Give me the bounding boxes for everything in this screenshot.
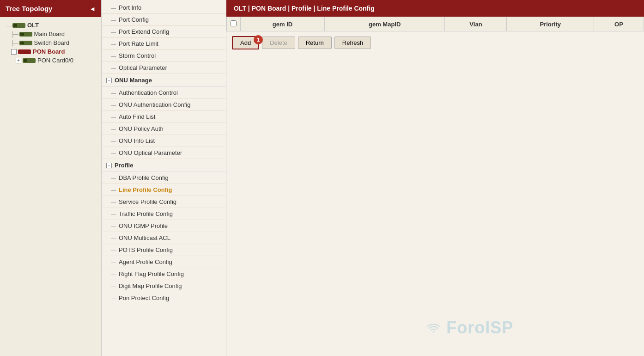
nav-agent-profile-config[interactable]: — Agent Profile Config (102, 256, 226, 268)
sidebar-item-main-board[interactable]: ├─ Main Board (2, 30, 99, 38)
return-button[interactable]: Return (298, 37, 332, 49)
pon-board-icon (18, 49, 31, 54)
main-board-label: Main Board (34, 31, 65, 37)
sidebar-tree: — OLT ├─ Main Board ├─ Switch Board - PO… (0, 17, 101, 356)
switch-board-label: Switch Board (34, 39, 70, 46)
nav-port-extend-config[interactable]: — Port Extend Config (102, 26, 226, 38)
nav-dba-profile-config[interactable]: — DBA Profile Config (102, 172, 226, 184)
nav-onu-policy-auth[interactable]: — ONU Policy Auth (102, 123, 226, 135)
sidebar-header[interactable]: Tree Topology ◄ (0, 0, 101, 17)
pon-board-expand-icon[interactable]: - (11, 49, 17, 55)
main-header: OLT | PON Board | Profile | Line Profile… (226, 0, 644, 17)
action-bar: Add 1 Delete Return Refresh (226, 31, 644, 54)
watermark-text: ForoISP (426, 318, 513, 337)
col-header-checkbox (227, 17, 241, 31)
olt-label: OLT (27, 22, 39, 29)
nav-onu-multicast-acl[interactable]: — ONU Multicast ACL (102, 232, 226, 244)
nav-digit-map-profile-config[interactable]: — Digit Map Profile Config (102, 280, 226, 292)
main-board-connector: ├─ (11, 31, 18, 37)
col-header-op: OP (594, 17, 644, 31)
nav-authentication-control[interactable]: — Authentication Control (102, 87, 226, 99)
add-button-wrapper: Add 1 (232, 36, 259, 49)
sidebar-item-pon-board[interactable]: - PON Board (2, 47, 99, 56)
sidebar: Tree Topology ◄ — OLT ├─ Main Board ├─ S… (0, 0, 102, 356)
add-badge: 1 (254, 35, 263, 44)
nav-pon-protect-config[interactable]: — Pon Protect Config (102, 292, 226, 304)
nav-storm-control[interactable]: — Storm Control (102, 50, 226, 62)
nav-line-profile-config[interactable]: — Line Profile Config (102, 184, 226, 196)
nav-onu-manage-header[interactable]: - ONU Manage (102, 74, 226, 87)
nav-panel: — Port Info — Port Config — Port Extend … (102, 0, 226, 356)
pon-card-expand-icon[interactable]: + (16, 58, 21, 63)
delete-button[interactable]: Delete (262, 37, 295, 49)
watermark-icon (426, 322, 440, 336)
nav-onu-optical-parameter[interactable]: — ONU Optical Parameter (102, 147, 226, 159)
switch-board-icon (19, 41, 32, 45)
nav-optical-parameter[interactable]: — Optical Parameter (102, 62, 226, 74)
sidebar-item-olt[interactable]: — OLT (2, 21, 99, 30)
sidebar-collapse-icon[interactable]: ◄ (89, 5, 96, 12)
watermark: ForoISP (426, 318, 513, 338)
col-header-vlan: Vlan (445, 17, 507, 31)
nav-port-rate-limit[interactable]: — Port Rate Limit (102, 38, 226, 50)
breadcrumb: OLT | PON Board | Profile | Line Profile… (234, 5, 375, 12)
main-board-icon (19, 32, 32, 37)
table-container: gem ID gem MapID Vlan Priority OP (226, 17, 644, 31)
nav-port-config[interactable]: — Port Config (102, 14, 226, 26)
col-header-priority: Priority (507, 17, 594, 31)
nav-onu-authentication-config[interactable]: — ONU Authentication Config (102, 99, 226, 111)
col-header-gem-id: gem ID (241, 17, 325, 31)
nav-auto-find-list[interactable]: — Auto Find List (102, 111, 226, 123)
main-content: OLT | PON Board | Profile | Line Profile… (226, 0, 644, 356)
refresh-button[interactable]: Refresh (334, 37, 371, 49)
switch-board-connector: ├─ (11, 40, 18, 46)
profile-expand-icon[interactable]: - (106, 163, 112, 168)
nav-service-profile-config[interactable]: — Service Profile Config (102, 196, 226, 208)
main-body: gem ID gem MapID Vlan Priority OP Add 1 … (226, 17, 644, 356)
olt-connector: — (6, 23, 12, 28)
col-header-gem-mapid: gem MapID (324, 17, 444, 31)
nav-onu-igmp-profile[interactable]: — ONU IGMP Profile (102, 220, 226, 232)
onu-manage-expand-icon[interactable]: - (106, 78, 112, 83)
nav-onu-info-list[interactable]: — ONU Info List (102, 135, 226, 147)
sidebar-title: Tree Topology (6, 5, 52, 12)
data-table: gem ID gem MapID Vlan Priority OP (226, 17, 644, 31)
pon-card-label: PON Card0/0 (37, 57, 73, 64)
nav-right-flag-profile-config[interactable]: — Right Flag Profile Config (102, 268, 226, 280)
nav-pots-profile-config[interactable]: — POTS Profile Config (102, 244, 226, 256)
nav-profile-header[interactable]: - Profile (102, 159, 226, 172)
sidebar-item-switch-board[interactable]: ├─ Switch Board (2, 38, 99, 47)
nav-port-info[interactable]: — Port Info (102, 2, 226, 14)
olt-device-icon (12, 23, 25, 28)
nav-traffic-profile-config[interactable]: — Traffic Profile Config (102, 208, 226, 220)
select-all-checkbox[interactable] (231, 20, 237, 26)
sidebar-item-pon-card[interactable]: + PON Card0/0 (2, 56, 99, 65)
pon-card-icon (23, 58, 36, 63)
pon-board-label: PON Board (33, 48, 65, 55)
